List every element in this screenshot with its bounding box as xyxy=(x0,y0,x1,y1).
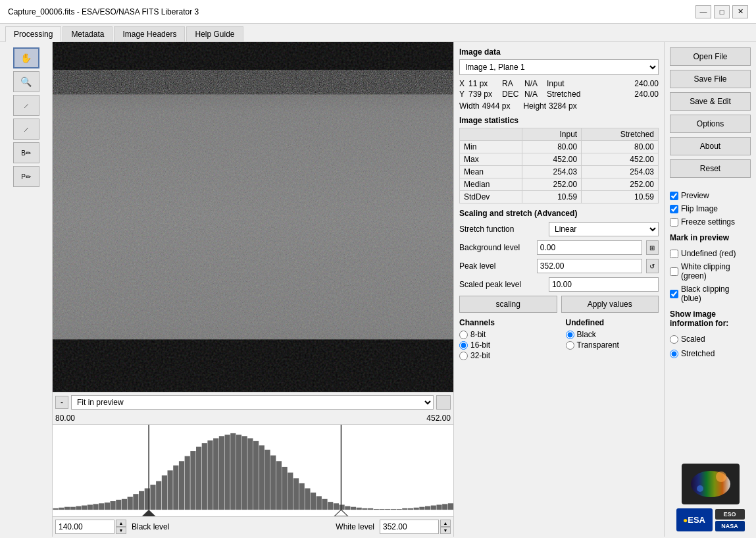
title-bar: Capture_00006.fits - ESA/ESO/NASA FITS L… xyxy=(0,0,756,24)
svg-rect-31 xyxy=(213,439,218,510)
svg-rect-1 xyxy=(53,95,453,340)
maximize-button[interactable]: □ xyxy=(714,5,730,18)
scaled-radio[interactable] xyxy=(670,335,678,344)
black-level-input[interactable] xyxy=(55,520,114,534)
white-level-label: White level xyxy=(336,522,374,531)
minimize-button[interactable]: — xyxy=(695,5,711,18)
tab-image-headers[interactable]: Image Headers xyxy=(114,26,185,41)
flip-label: Flip Image xyxy=(681,204,718,213)
apply-values-button[interactable]: Apply values xyxy=(561,296,659,313)
white-level-wrap: ▲ ▼ xyxy=(380,520,451,534)
tab-help-guide[interactable]: Help Guide xyxy=(186,26,243,41)
y-stretched-label: Stretched xyxy=(547,90,622,99)
stats-header-stretched: Stretched xyxy=(582,128,659,141)
svg-rect-35 xyxy=(236,435,241,510)
channel-8bit-radio[interactable] xyxy=(459,331,468,339)
svg-rect-48 xyxy=(311,493,316,510)
y-val: 240.00 xyxy=(626,90,659,99)
image-data-dropdown[interactable]: Image 1, Plane 1 xyxy=(459,59,659,75)
channel-16bit-label: 16-bit xyxy=(470,340,490,350)
peak-reset-button[interactable]: ↺ xyxy=(646,259,659,273)
tool3-button[interactable]: ⟋ xyxy=(13,95,39,116)
peak-input[interactable] xyxy=(537,259,642,273)
zoom-minus-button[interactable]: - xyxy=(55,396,68,409)
flip-image-checkbox[interactable] xyxy=(670,205,678,213)
white-level-up[interactable]: ▲ xyxy=(440,520,451,527)
freeze-checkbox[interactable] xyxy=(670,218,678,227)
image-canvas xyxy=(53,42,453,392)
channels-title: Channels xyxy=(459,318,553,327)
stats-row-stddev: StdDev 10.59 10.59 xyxy=(460,191,659,203)
svg-rect-46 xyxy=(299,483,305,510)
white-level-down[interactable]: ▼ xyxy=(440,527,451,534)
svg-rect-8 xyxy=(82,506,87,510)
open-file-button[interactable]: Open File xyxy=(670,47,751,66)
tabs-bar: Processing Metadata Image Headers Help G… xyxy=(0,24,756,42)
svg-rect-22 xyxy=(162,475,167,510)
bg-input[interactable] xyxy=(537,240,642,255)
tab-metadata[interactable]: Metadata xyxy=(63,26,113,41)
tool4-button[interactable]: ⟋ xyxy=(13,119,39,140)
stats-header-label xyxy=(460,128,522,141)
black-level-label: Black level xyxy=(132,522,169,531)
range-labels: 80.00 452.00 xyxy=(53,412,453,424)
preview-checkbox[interactable] xyxy=(670,192,678,200)
stats-max-label: Max xyxy=(460,153,522,166)
scaling-button[interactable]: scaling xyxy=(459,296,557,313)
about-button[interactable]: About xyxy=(670,137,751,155)
flip-checkbox-row: Flip Image xyxy=(670,204,751,213)
close-button[interactable]: ✕ xyxy=(732,5,748,18)
channel-16bit-radio[interactable] xyxy=(459,341,468,350)
black-clip-row: Black clipping (blue) xyxy=(670,284,751,303)
image-stats-title: Image statistics xyxy=(459,116,659,125)
svg-rect-11 xyxy=(99,503,104,510)
svg-rect-39 xyxy=(259,445,265,510)
svg-rect-23 xyxy=(168,470,173,510)
undefined-transparent-label: Transparent xyxy=(577,340,619,350)
fits-color-logo xyxy=(682,464,740,504)
options-button[interactable]: Options xyxy=(670,115,751,133)
undefined-title: Undefined xyxy=(566,318,659,327)
toolP-button[interactable]: P✏ xyxy=(13,166,39,187)
undefined-black-row: Black xyxy=(566,330,659,339)
svg-rect-38 xyxy=(253,441,259,510)
stretch-dropdown[interactable]: Linear Log Sqrt Asinh Power xyxy=(549,222,659,236)
svg-rect-72 xyxy=(448,503,453,510)
svg-rect-69 xyxy=(431,506,436,510)
channel-32bit-radio[interactable] xyxy=(459,352,468,360)
svg-rect-56 xyxy=(357,508,362,510)
white-clip-checkbox[interactable] xyxy=(670,267,678,276)
svg-rect-7 xyxy=(76,506,81,510)
svg-rect-44 xyxy=(288,473,293,510)
white-level-input[interactable] xyxy=(380,520,439,534)
black-clip-checkbox[interactable] xyxy=(670,290,678,298)
zoom-tool-button[interactable]: 🔍 xyxy=(13,71,39,92)
hand-tool-button[interactable]: ✋ xyxy=(13,47,39,68)
black-level-up[interactable]: ▲ xyxy=(116,520,126,527)
tab-processing[interactable]: Processing xyxy=(5,26,61,42)
org-logos: ●ESA ESO NASA xyxy=(676,508,745,531)
save-file-button[interactable]: Save File xyxy=(670,70,751,88)
stretched-radio[interactable] xyxy=(670,350,678,358)
scaled-peak-input[interactable] xyxy=(549,277,659,292)
svg-rect-5 xyxy=(64,507,70,510)
svg-rect-3 xyxy=(53,508,59,510)
eso-nasa-logos: ESO NASA xyxy=(715,509,745,531)
svg-rect-4 xyxy=(59,508,64,510)
svg-rect-51 xyxy=(328,502,333,510)
stats-max-input: 452.00 xyxy=(522,153,582,166)
bg-reset-button[interactable]: ⊞ xyxy=(646,240,659,255)
black-level-down[interactable]: ▼ xyxy=(116,527,126,534)
scaled-radio-label: Scaled xyxy=(681,335,705,344)
save-edit-button[interactable]: Save & Edit xyxy=(670,92,751,111)
zoom-dropdown[interactable]: Fit in preview 100% 50% 25% 200% xyxy=(71,395,434,410)
reset-button[interactable]: Reset xyxy=(670,159,751,178)
far-right-panel: Open File Save File Save & Edit Options … xyxy=(664,42,756,537)
undefined-red-checkbox[interactable] xyxy=(670,250,678,258)
undefined-black-radio[interactable] xyxy=(566,331,574,339)
undefined-transparent-radio[interactable] xyxy=(566,341,574,350)
stretch-label: Stretch function xyxy=(459,225,545,234)
svg-rect-61 xyxy=(385,509,390,510)
toolB-button[interactable]: B✏ xyxy=(13,142,39,163)
svg-rect-57 xyxy=(362,508,367,510)
